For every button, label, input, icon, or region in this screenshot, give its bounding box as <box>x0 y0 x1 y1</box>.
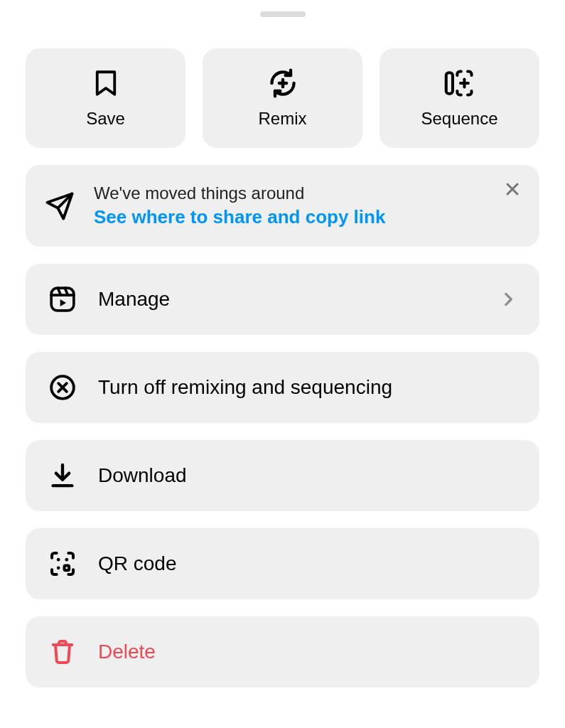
remix-tile[interactable]: Remix <box>203 48 362 148</box>
sequence-icon <box>444 68 475 99</box>
turn-off-remix-label: Turn off remixing and sequencing <box>98 376 518 399</box>
qr-code-row[interactable]: QR code <box>26 528 539 599</box>
top-action-row: Save Remix <box>26 48 539 148</box>
qr-code-label: QR code <box>98 552 518 575</box>
delete-label: Delete <box>98 641 518 663</box>
sequence-label: Sequence <box>421 109 497 129</box>
svg-rect-7 <box>51 289 74 311</box>
svg-point-17 <box>65 558 69 562</box>
action-sheet: Save Remix <box>0 11 565 728</box>
share-plane-icon <box>44 191 75 222</box>
banner-close-button[interactable] <box>501 178 524 200</box>
svg-rect-19 <box>65 566 70 571</box>
save-tile[interactable]: Save <box>26 48 185 148</box>
banner-title: We've moved things around <box>94 182 521 205</box>
download-icon <box>47 460 78 491</box>
remix-icon <box>267 68 298 99</box>
sheet-grabber[interactable] <box>260 11 306 17</box>
manage-row[interactable]: Manage <box>26 264 539 335</box>
manage-label: Manage <box>98 288 478 311</box>
chevron-right-icon <box>498 289 518 309</box>
sequence-tile[interactable]: Sequence <box>380 48 539 148</box>
bookmark-icon <box>90 68 122 99</box>
save-label: Save <box>86 109 125 129</box>
trash-icon <box>47 636 78 668</box>
download-row[interactable]: Download <box>26 440 539 511</box>
svg-point-16 <box>57 558 60 562</box>
turn-off-remix-row[interactable]: Turn off remixing and sequencing <box>26 352 539 423</box>
svg-point-18 <box>57 567 60 570</box>
qr-code-icon <box>47 548 78 579</box>
info-banner[interactable]: We've moved things around See where to s… <box>26 165 539 247</box>
circle-x-icon <box>47 372 78 403</box>
svg-rect-2 <box>446 73 452 93</box>
banner-link[interactable]: See where to share and copy link <box>94 205 521 230</box>
delete-row[interactable]: Delete <box>26 616 539 687</box>
remix-label: Remix <box>258 109 306 129</box>
download-label: Download <box>98 464 518 487</box>
reel-manage-icon <box>47 284 78 315</box>
banner-text: We've moved things around See where to s… <box>94 182 521 230</box>
